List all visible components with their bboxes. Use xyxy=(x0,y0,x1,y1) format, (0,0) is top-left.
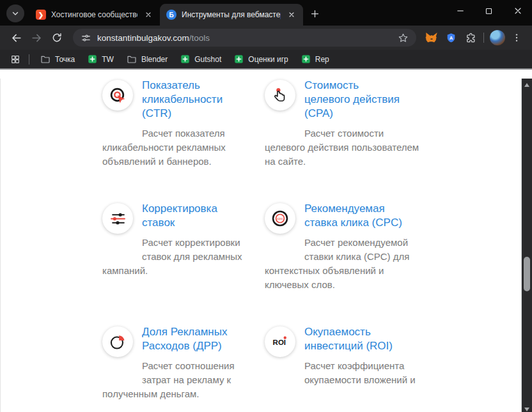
tab-close-button[interactable] xyxy=(143,10,153,20)
site-favicon: Б xyxy=(166,10,176,20)
back-button[interactable] xyxy=(6,28,26,47)
roi-text-icon: ROI xyxy=(270,332,290,351)
triangle-down-icon xyxy=(524,406,530,412)
tool-card-bid-adjustment: Корректировка ставок Расчет корректировк… xyxy=(102,202,257,292)
sheet-icon xyxy=(234,54,244,64)
card-description: Расчет показателя кликабельности рекламн… xyxy=(102,126,257,169)
tools-grid: Показатель кликабельности (CTR) Расчет п… xyxy=(102,79,419,401)
card-description: Расчет рекомендуемой ставки клика (CPC) … xyxy=(265,236,419,292)
tab-title: Инструменты для вебмастеро xyxy=(182,10,281,19)
toolbar-separator xyxy=(483,33,484,43)
metamask-fox-icon xyxy=(425,31,438,44)
tool-card-drr: Доля Рекламных Расходов (ДРР) Расчет соо… xyxy=(102,325,257,401)
tool-card-cpc: cpc Рекомендуемая ставка клика (CPC) Рас… xyxy=(265,202,419,292)
chrome-page-border xyxy=(0,68,532,70)
bookmark-star-icon[interactable] xyxy=(398,33,409,43)
card-icon-circle[interactable]: cpc xyxy=(265,203,295,234)
url-domain: konstantinbulgakov.com xyxy=(97,33,189,43)
tab-close-button[interactable] xyxy=(286,10,297,20)
scroll-up-button[interactable] xyxy=(522,80,532,90)
browser-toolbar: konstantinbulgakov.com/tools A xyxy=(0,26,532,50)
tool-card-ctr: Показатель кликабельности (CTR) Расчет п… xyxy=(102,79,257,169)
target-click-icon xyxy=(109,87,127,104)
folder-icon xyxy=(127,54,137,65)
card-description: Расчет коэффициента окупаемости вложений… xyxy=(265,359,419,387)
tab-title: Хостинговое сообщество «Tim xyxy=(51,10,137,19)
extension-shield-button[interactable]: A xyxy=(442,29,460,47)
cpc-icon-text: cpc xyxy=(277,217,283,220)
extensions-button[interactable] xyxy=(461,29,479,47)
address-bar[interactable]: konstantinbulgakov.com/tools xyxy=(73,29,416,47)
bookmark-game-ratings[interactable]: Оценки игр xyxy=(229,53,293,65)
card-description: Расчет соотношения затрат на рекламу к п… xyxy=(102,359,257,401)
maximize-icon xyxy=(484,6,494,16)
sheet-icon xyxy=(301,54,311,64)
bookmark-tw[interactable]: TW xyxy=(82,53,119,65)
page-viewport: Показатель кликабельности (CTR) Расчет п… xyxy=(0,79,532,412)
reload-icon xyxy=(51,32,63,43)
window-controls xyxy=(446,0,532,26)
bookmarks-separator xyxy=(29,54,29,65)
new-tab-button[interactable] xyxy=(306,4,324,22)
card-icon-circle[interactable]: ROI xyxy=(265,326,295,357)
sheet-icon xyxy=(180,54,190,64)
close-icon xyxy=(288,11,295,19)
profile-avatar xyxy=(490,30,505,45)
bookmarks-bar: Точка TW Blender Gutshot Оценки игр Rep xyxy=(0,50,532,68)
tab-search-button[interactable] xyxy=(6,4,24,22)
kebab-menu-icon xyxy=(512,33,522,43)
tab-strip: ❯ Хостинговое сообщество «Tim Б Инструме… xyxy=(0,0,532,26)
blue-shield-icon: A xyxy=(446,33,457,43)
tab-hosting-community[interactable]: ❯ Хостинговое сообщество «Tim xyxy=(29,4,160,26)
tool-card-roi: ROI Окупаемость инвестиций (ROI) Расчет … xyxy=(265,325,419,401)
cpc-badge-icon: cpc xyxy=(271,210,289,227)
url-text[interactable]: konstantinbulgakov.com/tools xyxy=(97,33,392,43)
triangle-up-icon xyxy=(524,82,530,88)
bookmark-gutshot[interactable]: Gutshot xyxy=(175,53,226,65)
arrow-left-icon xyxy=(10,32,22,44)
bookmark-rep[interactable]: Rep xyxy=(296,53,334,65)
page-scrollbar[interactable] xyxy=(521,79,532,412)
bookmark-label: Rep xyxy=(315,55,329,64)
bookmark-label: Blender xyxy=(141,55,168,64)
plus-icon xyxy=(310,9,320,19)
chevron-down-icon xyxy=(11,9,20,18)
roi-icon-text: ROI xyxy=(273,339,286,346)
profile-button[interactable] xyxy=(489,29,506,47)
sliders-icon xyxy=(109,210,127,227)
bookmark-folder-blender[interactable]: Blender xyxy=(121,53,173,66)
scroll-down-button[interactable] xyxy=(522,404,532,412)
timeweb-favicon: ❯ xyxy=(36,10,46,20)
card-icon-circle[interactable] xyxy=(102,80,133,111)
apps-grid-icon xyxy=(10,54,20,65)
tool-card-cpa: Стоимость целевого действия (CPA) Расчет… xyxy=(265,79,419,169)
card-description: Расчет корректировки ставок для рекламны… xyxy=(102,236,257,278)
bookmark-label: Оценки игр xyxy=(248,55,288,64)
scrollbar-thumb[interactable] xyxy=(524,257,530,291)
svg-text:A: A xyxy=(449,34,453,40)
minimize-icon xyxy=(455,6,465,16)
bookmarks-apps-button[interactable] xyxy=(8,50,23,68)
extension-metamask-button[interactable] xyxy=(423,29,441,47)
tab-webmaster-tools[interactable]: Б Инструменты для вебмастеро xyxy=(160,4,303,26)
hand-cursor-icon xyxy=(272,87,289,104)
browser-menu-button[interactable] xyxy=(508,29,526,47)
card-icon-circle[interactable] xyxy=(265,80,295,111)
card-icon-circle[interactable] xyxy=(102,326,133,357)
close-icon xyxy=(513,6,523,16)
minimize-button[interactable] xyxy=(446,0,474,22)
arrow-right-icon xyxy=(31,32,43,44)
card-icon-circle[interactable] xyxy=(102,203,133,234)
forward-button[interactable] xyxy=(27,28,46,47)
close-icon xyxy=(145,11,152,19)
site-info-icon[interactable] xyxy=(81,33,91,43)
maximize-button[interactable] xyxy=(474,0,503,22)
bookmark-folder-tochka[interactable]: Точка xyxy=(35,53,80,66)
browser-window: ❯ Хостинговое сообщество «Tim Б Инструме… xyxy=(0,0,532,412)
pie-chart-icon xyxy=(109,333,127,351)
reload-button[interactable] xyxy=(47,28,66,47)
card-description: Расчет стоимости целевого действия польз… xyxy=(265,126,419,169)
folder-icon xyxy=(40,54,51,65)
close-window-button[interactable] xyxy=(503,0,532,22)
puzzle-piece-icon xyxy=(464,32,476,44)
